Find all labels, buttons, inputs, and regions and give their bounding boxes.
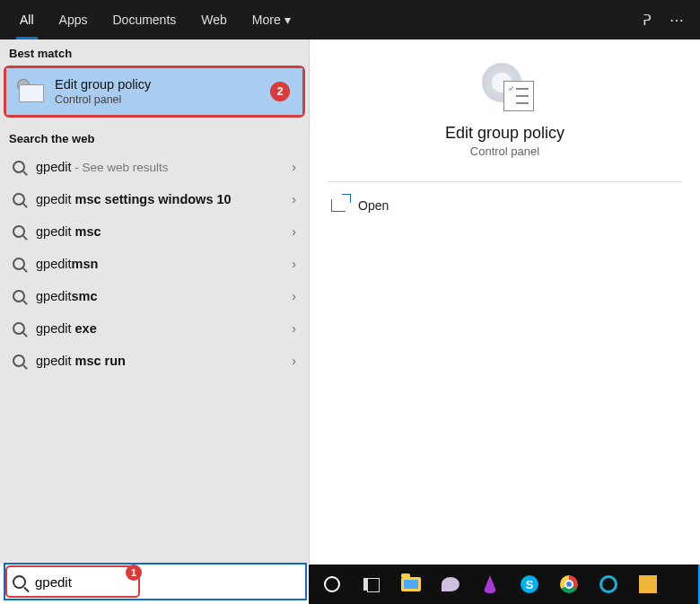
web-result-text: gpedit - See web results: [36, 160, 292, 174]
action-open-label: Open: [358, 198, 389, 213]
open-icon: [331, 199, 346, 212]
search-icon: [13, 355, 25, 367]
annotation-badge-2: 2: [270, 82, 290, 101]
search-icon: [13, 290, 25, 302]
web-result-text: gpedit msc settings windows 10: [36, 192, 292, 206]
chevron-right-icon: ›: [292, 289, 296, 303]
chevron-right-icon: ›: [292, 160, 296, 174]
circle-app-icon[interactable]: [591, 566, 626, 602]
section-search-web: Search the web: [0, 125, 309, 151]
search-icon: [13, 193, 25, 206]
web-result-5[interactable]: gpedit exe›: [4, 312, 305, 345]
skype-icon[interactable]: S: [512, 566, 547, 602]
group-policy-icon: [17, 79, 44, 104]
best-match-subtitle: Control panel: [55, 93, 151, 106]
flame-icon[interactable]: [472, 566, 508, 602]
chevron-down-icon: ▾: [284, 13, 291, 27]
web-result-2[interactable]: gpedit msc›: [4, 215, 305, 248]
web-results-list: gpedit - See web results›gpedit msc sett…: [0, 151, 309, 377]
tab-all[interactable]: All: [7, 0, 47, 39]
group-policy-large-icon: [477, 61, 534, 111]
section-best-match: Best match: [0, 39, 309, 66]
search-icon: [13, 258, 25, 270]
cortana-icon[interactable]: [314, 566, 350, 602]
web-result-1[interactable]: gpedit msc settings windows 10›: [4, 183, 305, 215]
tab-documents[interactable]: Documents: [100, 0, 188, 39]
tab-apps[interactable]: Apps: [47, 0, 101, 39]
detail-divider: [328, 181, 682, 182]
file-explorer-icon[interactable]: [393, 566, 429, 602]
search-icon: [13, 575, 26, 589]
more-options-icon[interactable]: ⋯: [669, 12, 684, 29]
web-result-6[interactable]: gpedit msc run›: [4, 345, 305, 377]
web-result-3[interactable]: gpeditmsn›: [4, 248, 305, 280]
note-icon[interactable]: [630, 566, 666, 602]
chevron-right-icon: ›: [292, 224, 296, 239]
search-icon: [13, 322, 25, 335]
best-match-title: Edit group policy: [55, 77, 151, 92]
web-result-text: gpedit exe: [36, 321, 292, 336]
tab-more[interactable]: More▾: [240, 0, 303, 39]
search-input[interactable]: [35, 574, 298, 590]
results-pane: Best match Edit group policy Control pan…: [0, 39, 309, 564]
web-result-text: gpedit msc: [36, 224, 292, 239]
search-icon: [13, 161, 25, 173]
chevron-right-icon: ›: [292, 321, 296, 336]
taskview-icon[interactable]: [354, 566, 389, 602]
search-bar[interactable]: [4, 563, 307, 600]
chevron-right-icon: ›: [292, 354, 296, 368]
tab-web[interactable]: Web: [188, 0, 240, 39]
detail-subtitle: Control panel: [310, 144, 700, 158]
best-match-result[interactable]: Edit group policy Control panel 2: [4, 66, 305, 118]
detail-title: Edit group policy: [310, 124, 700, 143]
web-result-text: gpedit msc run: [36, 354, 292, 368]
chevron-right-icon: ›: [292, 192, 296, 206]
web-result-0[interactable]: gpedit - See web results›: [4, 151, 305, 183]
web-result-4[interactable]: gpeditsmc›: [4, 280, 305, 312]
feedback-icon[interactable]: ᕈ: [643, 12, 652, 29]
snip-icon[interactable]: [433, 566, 468, 602]
web-result-text: gpeditsmc: [36, 289, 292, 303]
search-bar-container: 1: [4, 563, 307, 600]
action-open[interactable]: Open: [310, 191, 700, 220]
chevron-right-icon: ›: [292, 257, 296, 271]
search-icon: [13, 225, 25, 238]
detail-pane: Edit group policy Control panel Open: [310, 39, 700, 564]
taskbar: S: [309, 565, 700, 604]
top-tabs-bar: All Apps Documents Web More▾ ᕈ ⋯: [0, 0, 700, 39]
chrome-icon[interactable]: [551, 566, 587, 602]
web-result-text: gpeditmsn: [36, 257, 292, 271]
